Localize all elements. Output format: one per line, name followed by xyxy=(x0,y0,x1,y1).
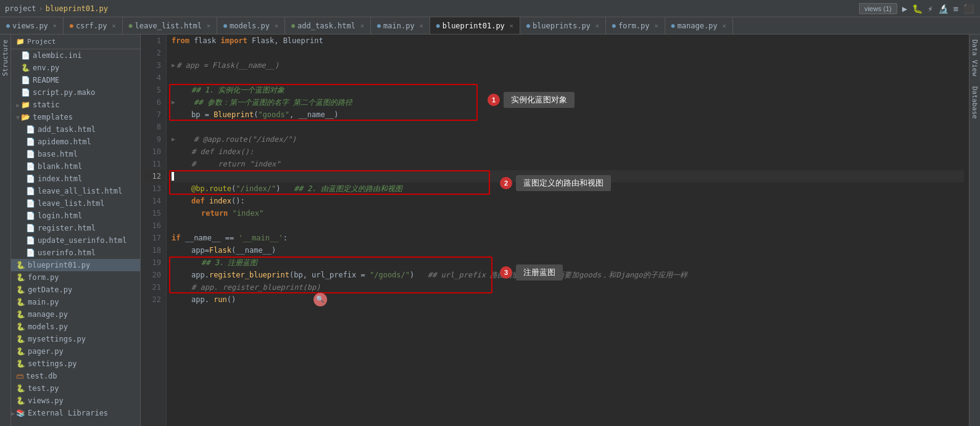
code-line-9[interactable]: # @app.route("/index/") xyxy=(172,133,964,145)
tab-bar: ● views.py ✕ ● csrf.py ✕ ● leave_list.ht… xyxy=(0,17,980,35)
sidebar-item-base[interactable]: 📄 base.html xyxy=(11,148,140,160)
sidebar-item-mysettings[interactable]: 🐍 mysettings.py xyxy=(11,333,140,345)
sidebar-item-alembic[interactable]: 📄 alembic.ini xyxy=(11,49,140,62)
mysettings-label: mysettings.py xyxy=(28,335,86,343)
structure-label[interactable]: Structure xyxy=(0,35,10,81)
sidebar-item-userinfo[interactable]: 📄 userinfo.html xyxy=(11,247,140,259)
fold-9[interactable] xyxy=(172,133,175,145)
sidebar-item-getdate[interactable]: 🐍 getDate.py xyxy=(11,284,140,296)
profile-icon[interactable]: 🔬 xyxy=(937,2,950,15)
tab-form[interactable]: ● form.py ✕ xyxy=(606,17,665,35)
sidebar-item-testdb[interactable]: 🗃 test.db xyxy=(11,370,140,382)
coverage-icon[interactable]: ⚡ xyxy=(926,2,934,15)
userinfo-label: userinfo.html xyxy=(38,248,96,257)
debug-icon[interactable]: 🐛 xyxy=(911,2,924,15)
sidebar-item-main[interactable]: 🐍 main.py xyxy=(11,296,140,308)
editor-area: 1 2 3 4 5 6 7 8 9 10 11 12 13 14 15 16 1… xyxy=(141,35,969,426)
tab-leave-list-close[interactable]: ✕ xyxy=(207,22,210,29)
tab-blueprint01[interactable]: ● blueprint01.py ✕ xyxy=(430,17,520,35)
code-lines[interactable]: 1 实例化蓝图对象 2 蓝图定义的路由和视图 3 注册蓝图 xyxy=(167,35,969,426)
data-view-label[interactable]: Data View xyxy=(970,35,980,81)
database-label[interactable]: Database xyxy=(970,81,980,124)
code-line-22[interactable]: app. run() 🔍 xyxy=(172,293,964,306)
sidebar-item-static[interactable]: 📁 static xyxy=(11,99,140,111)
code-line-7[interactable]: bp = Blueprint("goods", __name__) xyxy=(172,109,964,121)
py-icon-blueprint01: 🐍 xyxy=(16,261,25,269)
fold-3[interactable] xyxy=(172,59,175,72)
tab-blueprints[interactable]: ● blueprints.py ✕ xyxy=(520,17,606,35)
sidebar-item-login[interactable]: 📄 login.html xyxy=(11,210,140,222)
code-line-1[interactable]: from flask import Flask, Blueprint xyxy=(172,35,964,47)
tab-csrf-close[interactable]: ✕ xyxy=(112,22,115,29)
run-icon[interactable]: ▶ xyxy=(901,2,908,15)
fold-6[interactable] xyxy=(172,96,175,109)
tab-blueprints-close[interactable]: ✕ xyxy=(596,22,599,29)
sidebar-item-apidemo[interactable]: 📄 apidemo.html xyxy=(11,136,140,148)
sidebar-item-readme[interactable]: 📄 README xyxy=(11,74,140,86)
code-line-8[interactable] xyxy=(172,121,964,133)
external-fold-icon[interactable] xyxy=(11,410,15,417)
sidebar-item-templates[interactable]: 📂 templates xyxy=(11,111,140,123)
static-fold-icon[interactable] xyxy=(16,102,20,109)
sidebar-item-update-userinfo[interactable]: 📄 update_userinfo.html xyxy=(11,234,140,247)
tab-add-task[interactable]: ● add_task.html ✕ xyxy=(285,17,371,35)
code-line-11[interactable]: # return "index" xyxy=(172,158,964,170)
tab-models-label: models.py xyxy=(230,22,270,30)
code-line-15[interactable]: return "index" xyxy=(172,207,964,219)
sidebar-item-leave-all[interactable]: 📄 leave_all_list.html xyxy=(11,185,140,197)
views-button[interactable]: views (1) xyxy=(859,3,897,14)
tab-blueprint01-close[interactable]: ✕ xyxy=(510,22,513,29)
sidebar-item-blueprint01[interactable]: 🐍 blueprint01.py xyxy=(11,259,140,271)
manage-sidebar-label: manage.py xyxy=(28,310,68,319)
sidebar-item-script[interactable]: 📄 script.py.mako xyxy=(11,86,140,99)
tab-views-close[interactable]: ✕ xyxy=(53,22,57,29)
code-line-19[interactable]: ## 3. 注册蓝图 xyxy=(172,256,964,269)
sidebar-item-form[interactable]: 🐍 form.py xyxy=(11,271,140,284)
code-line-14[interactable]: def index(): xyxy=(172,195,964,207)
code-line-2[interactable] xyxy=(172,47,964,59)
code-line-17[interactable]: ▶ if __name__ == '__main__': xyxy=(172,232,964,244)
concurrency-icon[interactable]: ≡ xyxy=(952,2,960,15)
tab-main-label: main.py xyxy=(383,22,415,30)
sidebar-item-models[interactable]: 🐍 models.py xyxy=(11,321,140,333)
sidebar-item-pager[interactable]: 🐍 pager.py xyxy=(11,345,140,358)
code-line-20[interactable]: app.register_blueprint(bp, url_prefix = … xyxy=(172,269,964,281)
right-panel: Data View Database xyxy=(969,35,980,426)
code-line-18[interactable]: app=Flask(__name__) xyxy=(172,244,964,256)
sidebar-item-register[interactable]: 📄 register.html xyxy=(11,222,140,234)
tab-views-label: views.py xyxy=(12,22,48,30)
html-icon-index: 📄 xyxy=(26,174,35,183)
code-line-16[interactable] xyxy=(172,219,964,232)
sidebar-item-index[interactable]: 📄 index.html xyxy=(11,173,140,185)
stop-icon[interactable]: ⬛ xyxy=(962,2,975,15)
sidebar-item-add-task-html[interactable]: 📄 add_task.html xyxy=(11,123,140,136)
code-container[interactable]: 1 2 3 4 5 6 7 8 9 10 11 12 13 14 15 16 1… xyxy=(141,35,969,426)
sidebar-item-external[interactable]: 📚 External Libraries xyxy=(11,407,140,419)
templates-fold-icon[interactable] xyxy=(16,114,20,121)
sidebar-item-blank[interactable]: 📄 blank.html xyxy=(11,160,140,173)
tab-manage-close[interactable]: ✕ xyxy=(723,22,726,29)
tab-leave-list[interactable]: ● leave_list.html ✕ xyxy=(123,17,217,35)
tab-csrf[interactable]: ● csrf.py ✕ xyxy=(64,17,123,35)
sidebar-item-views[interactable]: 🐍 views.py xyxy=(11,395,140,407)
search-replace-icon[interactable]: 🔍 xyxy=(314,293,327,306)
sidebar-item-settings[interactable]: 🐍 settings.py xyxy=(11,358,140,370)
sidebar-item-leave-list-html[interactable]: 📄 leave_list.html xyxy=(11,197,140,210)
sidebar-item-env[interactable]: 🐍 env.py xyxy=(11,62,140,74)
code-line-3[interactable]: # app = Flask(__name__) xyxy=(172,59,964,72)
tab-manage[interactable]: ● manage.py ✕ xyxy=(665,17,733,35)
sidebar-item-testpy[interactable]: 🐍 test.py xyxy=(11,382,140,395)
tab-main-close[interactable]: ✕ xyxy=(420,22,423,29)
tab-models[interactable]: ● models.py ✕ xyxy=(217,17,285,35)
code-line-21[interactable]: # app. register_blueprint(bp) xyxy=(172,281,964,293)
py-icon-getdate: 🐍 xyxy=(16,285,25,294)
code-line-4[interactable] xyxy=(172,72,964,84)
code-line-10[interactable]: # def index(): xyxy=(172,145,964,158)
tab-main[interactable]: ● main.py ✕ xyxy=(371,17,430,35)
tab-models-close[interactable]: ✕ xyxy=(275,22,278,29)
tab-form-close[interactable]: ✕ xyxy=(654,22,658,29)
py-icon-main: 🐍 xyxy=(16,298,25,306)
sidebar-item-manage[interactable]: 🐍 manage.py xyxy=(11,308,140,321)
tab-add-task-close[interactable]: ✕ xyxy=(360,22,364,29)
tab-views[interactable]: ● views.py ✕ xyxy=(0,17,64,35)
